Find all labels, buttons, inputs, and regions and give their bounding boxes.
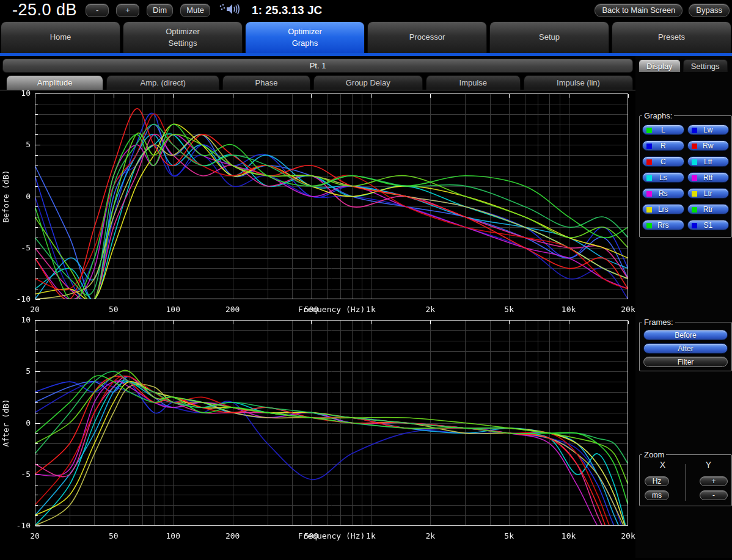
zoom-y-label: Y — [689, 460, 728, 470]
zoom-x-ms-button[interactable]: ms — [645, 490, 669, 500]
sidebar-tabs: DisplaySettings — [639, 59, 728, 72]
dim-button[interactable]: Dim — [147, 4, 173, 17]
graphtab-amplitude[interactable]: Amplitude — [6, 75, 103, 90]
channel-color-swatch — [692, 207, 697, 213]
point-bar: Pt. 1 — [2, 59, 633, 73]
channel-button-c[interactable]: C — [642, 156, 684, 167]
channel-color-swatch — [692, 128, 697, 133]
frame-button-after[interactable]: After — [643, 343, 728, 354]
channel-grid: LLwRRwCLtfLsRtfRsLtrLrsRtrRrsS1 — [640, 120, 731, 237]
tab-optimizer-graphs[interactable]: Optimizer Graphs — [245, 21, 365, 53]
frames-fieldset: Frames: BeforeAfterFilter — [639, 318, 732, 371]
graphs-fieldset: Graphs: LLwRRwCLtfLsRtfRsLtrLrsRtrRrsS1 — [639, 111, 732, 238]
channel-color-swatch — [646, 207, 652, 213]
channel-button-rtr[interactable]: Rtr — [687, 204, 730, 214]
tab-home[interactable]: Home — [1, 21, 120, 53]
zoom-legend: Zoom — [642, 450, 666, 459]
channel-label: S1 — [703, 221, 712, 230]
mute-button[interactable]: Mute — [180, 4, 210, 17]
bypass-button[interactable]: Bypass — [689, 4, 730, 17]
channel-label: Rtf — [703, 173, 712, 182]
zoom-x-label: X — [643, 460, 682, 470]
channel-color-swatch — [646, 128, 652, 133]
channel-button-rw[interactable]: Rw — [687, 140, 730, 151]
channel-color-swatch — [692, 175, 697, 181]
frames-legend: Frames: — [642, 318, 675, 327]
top-bar: -25.0 dB - + Dim Mute 1: 25.3.13 JC Back… — [0, 0, 732, 20]
channel-button-s1[interactable]: S1 — [687, 220, 730, 230]
channel-label: Rw — [703, 142, 713, 150]
zoom-fieldset: Zoom X Hz ms Y + - — [639, 450, 732, 506]
channel-color-swatch — [692, 159, 697, 165]
channel-label: Ls — [659, 173, 667, 182]
back-to-main-screen-button[interactable]: Back to Main Screen — [595, 4, 683, 17]
channel-label: Lw — [703, 126, 712, 134]
channel-color-swatch — [692, 144, 697, 149]
channel-button-lrs[interactable]: Lrs — [642, 204, 684, 214]
graphtab-impulse-lin[interactable]: Impulse (lin) — [524, 75, 633, 90]
channel-button-rtf[interactable]: Rtf — [687, 172, 730, 183]
graphtab-impulse[interactable]: Impulse — [426, 75, 521, 90]
channel-button-ls[interactable]: Ls — [642, 172, 684, 183]
channel-color-swatch — [646, 175, 652, 181]
zoom-y-plus-button[interactable]: + — [700, 476, 728, 486]
graphtab-group-delay[interactable]: Group Delay — [313, 75, 423, 90]
channel-button-rs[interactable]: Rs — [642, 188, 684, 198]
channel-label: R — [661, 142, 666, 150]
volume-down-button[interactable]: - — [86, 4, 109, 17]
zoom-y-minus-button[interactable]: - — [700, 490, 728, 500]
tab-presets[interactable]: Presets — [612, 21, 731, 53]
channel-button-r[interactable]: R — [642, 140, 684, 151]
channel-label: C — [661, 158, 666, 166]
channel-color-swatch — [692, 223, 697, 228]
channel-label: Rrs — [657, 221, 669, 230]
graphtab-amp-direct[interactable]: Amp. (direct) — [106, 75, 219, 90]
frames-buttons: BeforeAfterFilter — [640, 330, 731, 367]
channel-label: L — [661, 126, 665, 134]
master-volume-readout: -25.0 dB — [12, 1, 77, 20]
channel-color-swatch — [646, 159, 652, 165]
channel-button-ltr[interactable]: Ltr — [687, 188, 730, 198]
sidebar-tab-settings[interactable]: Settings — [683, 59, 728, 72]
channel-label: Rtr — [703, 205, 713, 214]
speaker-level-icon — [219, 3, 241, 18]
graph-type-tabs: AmplitudeAmp. (direct)PhaseGroup DelayIm… — [6, 75, 633, 90]
zoom-x-hz-button[interactable]: Hz — [645, 476, 669, 486]
tab-processor[interactable]: Processor — [367, 21, 487, 53]
channel-color-swatch — [692, 191, 697, 197]
sidebar-tab-display[interactable]: Display — [639, 59, 681, 72]
frame-button-before[interactable]: Before — [643, 330, 728, 340]
frame-button-filter[interactable]: Filter — [643, 357, 728, 367]
graphtab-phase[interactable]: Phase — [222, 75, 310, 90]
tab-setup[interactable]: Setup — [489, 21, 609, 53]
channel-label: Ltf — [704, 158, 712, 166]
channel-color-swatch — [646, 144, 652, 149]
after-graph-canvas — [0, 317, 635, 546]
channel-label: Ltr — [704, 189, 712, 198]
channel-color-swatch — [646, 223, 652, 228]
graph-panel: Pt. 1 AmplitudeAmp. (direct)PhaseGroup D… — [0, 56, 635, 558]
graphs-legend: Graphs: — [642, 111, 674, 120]
volume-up-button[interactable]: + — [116, 4, 139, 17]
main-tabs: HomeOptimizer SettingsOptimizer GraphsPr… — [0, 21, 732, 53]
channel-label: Rs — [659, 189, 668, 198]
channel-button-lw[interactable]: Lw — [687, 125, 730, 135]
tab-optimizer-settings[interactable]: Optimizer Settings — [123, 21, 243, 53]
preset-title: 1: 25.3.13 JC — [252, 4, 322, 17]
channel-button-ltf[interactable]: Ltf — [687, 156, 730, 167]
channel-button-l[interactable]: L — [642, 125, 684, 135]
before-graph-canvas — [0, 90, 635, 317]
channel-color-swatch — [646, 191, 652, 197]
channel-button-rrs[interactable]: Rrs — [642, 220, 684, 230]
display-sidebar: DisplaySettings Graphs: LLwRRwCLtfLsRtfR… — [635, 56, 732, 558]
channel-label: Lrs — [658, 205, 668, 214]
